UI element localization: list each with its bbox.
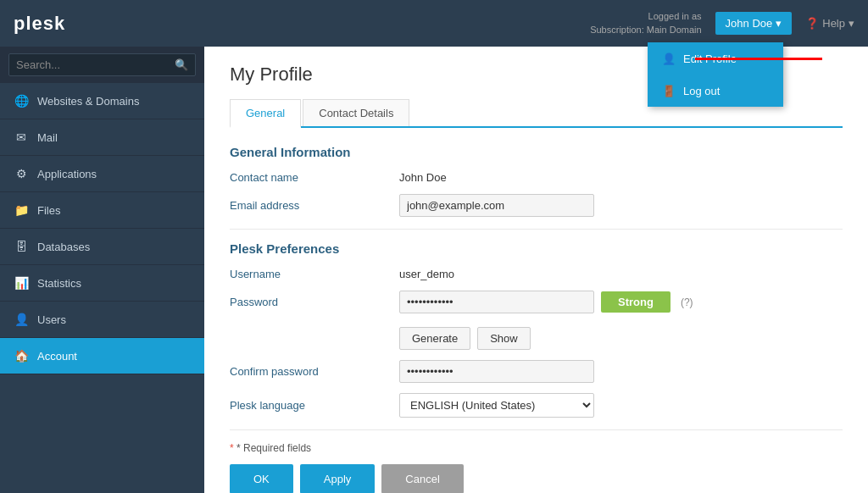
required-fields-note: * * Required fields (230, 442, 843, 454)
mail-icon: ✉ (14, 130, 29, 145)
confirm-password-field[interactable] (399, 360, 594, 383)
search-input[interactable] (9, 54, 168, 75)
sidebar-item-files[interactable]: 📁 Files (0, 192, 204, 229)
language-label: Plesk language (230, 399, 399, 412)
sidebar-item-mail[interactable]: ✉ Mail (0, 119, 204, 156)
divider-2 (230, 429, 843, 430)
user-info: Logged in as Subscription: Main Domain (590, 10, 701, 36)
contact-name-label: Contact name (230, 171, 399, 184)
sidebar-item-users[interactable]: 👤 Users (0, 302, 204, 338)
user-name: John Doe (726, 17, 773, 30)
sidebar-item-label: Applications (37, 168, 97, 180)
password-row: Password Strong (?) (230, 291, 843, 313)
preferences-title: Plesk Preferences (230, 241, 843, 256)
user-dropdown-menu: 👤 Edit Profile 🚪 Log out (648, 42, 783, 107)
user-dropdown-button[interactable]: John Doe ▾ (715, 12, 793, 35)
search-box: 🔍 (0, 47, 204, 83)
applications-icon: ⚙ (14, 166, 29, 181)
password-field[interactable] (399, 291, 594, 313)
apply-button[interactable]: Apply (300, 464, 376, 493)
help-label: Help (822, 17, 845, 30)
tab-contact-details[interactable]: Contact Details (303, 99, 409, 126)
email-label: Email address (230, 199, 399, 212)
layout: 🔍 🌐 Websites & Domains ✉ Mail ⚙ Applicat… (0, 47, 868, 493)
dropdown-arrow: ▾ (776, 17, 782, 30)
logout-menu-item[interactable]: 🚪 Log out (648, 75, 783, 107)
language-select[interactable]: ENGLISH (United States) (399, 393, 594, 418)
question-icon: ❓ (805, 17, 819, 30)
password-label: Password (230, 296, 399, 308)
language-row: Plesk language ENGLISH (United States) (230, 393, 843, 418)
main-content: My Profile General Contact Details Gener… (204, 47, 868, 493)
sidebar-item-label: Account (37, 350, 77, 363)
tab-general[interactable]: General (230, 99, 301, 128)
header-right: Logged in as Subscription: Main Domain J… (590, 10, 854, 36)
logged-in-label: Logged in as (590, 10, 701, 23)
sidebar-item-label: Users (37, 313, 66, 326)
subscription-label: Subscription: Main Domain (590, 24, 701, 36)
generate-show-row: Generate Show (230, 324, 843, 350)
red-line-decoration (695, 58, 822, 60)
username-label: Username (230, 268, 399, 280)
edit-profile-icon: 👤 (661, 51, 676, 66)
password-strength-badge: Strong (601, 291, 670, 313)
sidebar-item-websites-domains[interactable]: 🌐 Websites & Domains (0, 83, 204, 119)
general-info-title: General Information (230, 145, 843, 159)
header: plesk Logged in as Subscription: Main Do… (0, 0, 868, 47)
logout-label: Log out (683, 85, 720, 97)
sidebar-item-label: Websites & Domains (37, 95, 139, 108)
username-value: user_demo (399, 268, 454, 280)
sidebar-item-label: Statistics (37, 277, 81, 290)
sidebar-item-label: Databases (37, 241, 90, 253)
password-row-inputs: Strong (?) (399, 291, 693, 313)
generate-show-buttons: Generate Show (399, 327, 531, 350)
cancel-button[interactable]: Cancel (381, 464, 463, 493)
confirm-password-row: Confirm password (230, 360, 843, 383)
databases-icon: 🗄 (14, 239, 29, 254)
sidebar-item-account[interactable]: 🏠 Account (0, 338, 204, 374)
email-row: Email address (230, 194, 843, 217)
logout-icon: 🚪 (661, 83, 676, 98)
divider-1 (230, 229, 843, 230)
sidebar: 🔍 🌐 Websites & Domains ✉ Mail ⚙ Applicat… (0, 47, 204, 493)
password-help-text: (?) (681, 296, 693, 308)
email-field[interactable] (399, 194, 594, 217)
help-button[interactable]: ❓ Help ▾ (805, 17, 854, 30)
files-icon: 📁 (14, 202, 29, 218)
contact-name-value: John Doe (399, 171, 447, 184)
contact-name-row: Contact name John Doe (230, 171, 843, 184)
username-row: Username user_demo (230, 268, 843, 280)
confirm-password-label: Confirm password (230, 365, 399, 378)
search-icon: 🔍 (168, 54, 195, 75)
websites-icon: 🌐 (14, 93, 29, 108)
statistics-icon: 📊 (14, 275, 29, 291)
sidebar-item-label: Mail (37, 131, 58, 144)
search-input-wrap: 🔍 (8, 53, 196, 76)
show-password-button[interactable]: Show (477, 327, 531, 350)
sidebar-item-statistics[interactable]: 📊 Statistics (0, 265, 204, 302)
logo: plesk (14, 13, 65, 35)
users-icon: 👤 (14, 312, 29, 327)
ok-button[interactable]: OK (230, 464, 293, 493)
action-buttons: OK Apply Cancel (230, 464, 843, 493)
generate-button[interactable]: Generate (399, 327, 470, 350)
sidebar-item-databases[interactable]: 🗄 Databases (0, 229, 204, 265)
help-arrow: ▾ (849, 17, 854, 30)
sidebar-item-label: Files (37, 204, 60, 217)
sidebar-item-applications[interactable]: ⚙ Applications (0, 156, 204, 192)
account-icon: 🏠 (14, 348, 29, 363)
